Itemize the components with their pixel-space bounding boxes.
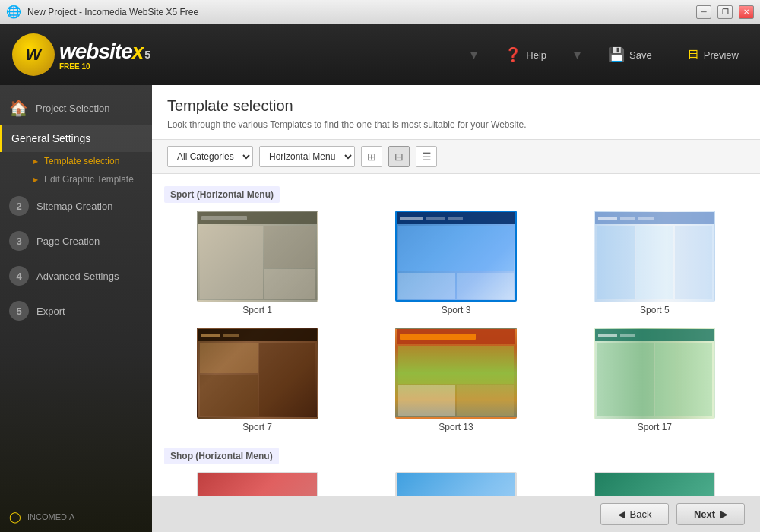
help-button[interactable]: ❓ Help [496,42,556,68]
template-thumb-sport7 [197,328,318,419]
logo-version: 5 [144,49,150,61]
template-item-sport7[interactable]: Sport 7 [164,328,350,432]
incomedia-icon: ◯ [9,511,21,523]
template-scroll-area[interactable]: Sport (Horizontal Menu) [152,174,760,496]
template-item-shop2[interactable] [363,472,549,496]
template-item-sport17[interactable]: Sport 17 [562,328,748,432]
logo-text: websitex [59,40,143,64]
save-icon: 💾 [608,46,625,63]
sidebar-item-page-creation[interactable]: 3 Page Creation [0,223,152,258]
shop-section-label: Shop (Horizontal Menu) [164,445,748,472]
page-title: Template selection [167,97,745,115]
template-item-sport5[interactable]: Sport 5 [562,211,748,315]
sidebar-item-general-settings[interactable]: General Settings [0,125,152,152]
template-thumb-sport1 [197,211,318,302]
logo: W websitex 5 FREE 10 [12,33,150,76]
template-item-shop3[interactable] [562,472,748,496]
sidebar-subitem-template-selection[interactable]: ▶ Template selection [0,152,152,170]
preview-icon: 🖥 [686,47,699,63]
arrow-icon-2: ▶ [33,176,38,183]
template-thumb-shop2 [395,472,517,496]
template-item-shop1[interactable] [164,472,350,496]
template-thumb-sport13 [395,328,517,419]
step-number-5: 5 [9,301,29,321]
title-bar: 🌐 New Project - Incomedia WebSite X5 Fre… [0,0,760,24]
home-icon: 🏠 [9,99,28,117]
view-large-icon[interactable]: ☰ [416,146,437,167]
window-title: New Project - Incomedia WebSite X5 Free [27,7,690,17]
view-small-icon[interactable]: ⊞ [361,146,382,167]
step-number-4: 4 [9,266,29,286]
menu-filter[interactable]: Horizontal Menu Vertical Menu No Menu [259,146,355,167]
template-thumb-sport5 [594,211,715,302]
page-description: Look through the various Templates to fi… [167,119,745,130]
back-button[interactable]: ◀ Back [600,503,669,525]
header-sep2: ▾ [574,46,581,63]
sidebar-item-project-selection[interactable]: 🏠 Project Selection [0,91,152,125]
logo-free: FREE 10 [59,62,150,71]
sport-template-grid: Sport 1 [164,211,748,432]
back-arrow-icon: ◀ [618,508,625,520]
main-layout: 🏠 Project Selection General Settings ▶ T… [0,85,760,532]
template-thumb-shop3 [594,472,715,496]
filter-bar: All Categories Sport Shop Business Perso… [152,140,760,174]
template-item-sport13[interactable]: Sport 13 [363,328,549,432]
category-filter[interactable]: All Categories Sport Shop Business Perso… [167,146,253,167]
sidebar: 🏠 Project Selection General Settings ▶ T… [0,85,152,532]
header-sep1: ▾ [470,46,477,63]
content-header: Template selection Look through the vari… [152,85,760,140]
incomedia-label: INCOMEDIA [27,512,74,521]
template-item-sport3[interactable]: Sport 3 [363,211,549,315]
template-thumb-sport3 [395,211,517,302]
step-number-2: 2 [9,196,29,216]
minimize-button[interactable]: ─ [696,5,711,19]
sidebar-item-advanced-settings[interactable]: 4 Advanced Settings [0,258,152,293]
help-icon: ❓ [505,46,521,63]
view-medium-icon[interactable]: ⊟ [388,146,410,167]
step-number-3: 3 [9,231,29,251]
logo-circle: W [12,33,55,76]
shop-template-partial-grid [164,472,748,496]
close-button[interactable]: ✕ [739,5,754,19]
bottom-bar: ◀ Back Next ▶ [152,496,760,532]
sidebar-item-export[interactable]: 5 Export [0,293,152,328]
save-button[interactable]: 💾 Save [599,42,661,68]
template-thumb-shop1 [197,472,318,496]
incomedia-branding: ◯ INCOMEDIA [0,502,152,532]
next-button[interactable]: Next ▶ [676,503,745,525]
sidebar-item-sitemap-creation[interactable]: 2 Sitemap Creation [0,188,152,223]
template-thumb-sport17 [594,328,715,419]
sidebar-subitem-edit-graphic-template[interactable]: ▶ Edit Graphic Template [0,170,152,188]
next-arrow-icon: ▶ [720,508,727,520]
app-header: W websitex 5 FREE 10 ▾ ❓ Help ▾ 💾 Save 🖥… [0,24,760,85]
content-area: Template selection Look through the vari… [152,85,760,532]
arrow-icon: ▶ [33,158,38,165]
sport-section-label: Sport (Horizontal Menu) [164,183,748,211]
restore-button[interactable]: ❐ [717,5,733,19]
preview-button[interactable]: 🖥 Preview [676,43,748,68]
template-item-sport1[interactable]: Sport 1 [164,211,350,315]
